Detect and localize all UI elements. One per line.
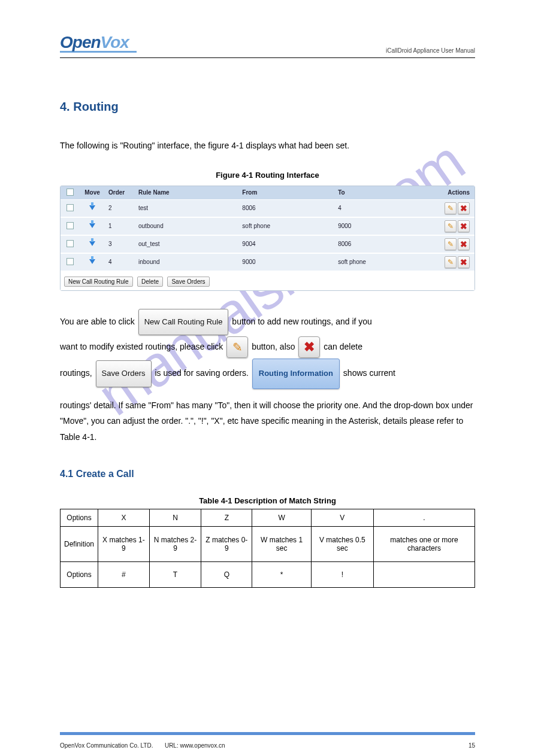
- text: routings,: [60, 368, 95, 378]
- edit-button[interactable]: ✎: [445, 202, 457, 214]
- cell-to: 4: [334, 199, 430, 217]
- cell-order: 1: [105, 217, 135, 235]
- table-row: 3 out_test 9004 8006 ✎✖: [61, 235, 474, 253]
- move-down-icon[interactable]: [89, 205, 95, 210]
- delete-button[interactable]: ✖: [458, 202, 470, 214]
- cell-from: 9004: [238, 235, 334, 253]
- cell-order: 3: [105, 235, 135, 253]
- table-row: 4 inbound 9000 soft phone ✎✖: [61, 253, 474, 271]
- table-row: 1 outbound soft phone 9000 ✎✖: [61, 217, 474, 235]
- checkbox-icon[interactable]: [67, 222, 74, 229]
- cell: X: [98, 509, 150, 527]
- cell: N matches 2-9: [149, 527, 201, 562]
- cell: Definition: [61, 527, 98, 562]
- footer-company: OpenVox Communication Co. LTD. URL: www.…: [60, 742, 225, 749]
- cell-rule: out_test: [135, 235, 238, 253]
- x-icon: ✖: [460, 239, 467, 249]
- pencil-icon: ✎: [448, 204, 454, 212]
- move-down-icon[interactable]: [89, 259, 95, 264]
- edit-button[interactable]: ✎: [445, 238, 457, 250]
- col-to: To: [334, 186, 430, 200]
- cell: Z: [201, 509, 252, 527]
- save-orders-button[interactable]: Save Orders: [167, 277, 209, 287]
- delete-button[interactable]: ✖: [458, 220, 470, 232]
- cell: X matches 1-9: [98, 527, 150, 562]
- checkbox-icon[interactable]: [67, 189, 74, 196]
- subsection-heading: 4.1 Create a Call: [60, 469, 475, 479]
- routing-screenshot: Move Order Rule Name From To Actions 2 t…: [60, 186, 475, 291]
- edit-button[interactable]: ✎: [226, 336, 248, 358]
- edit-button[interactable]: ✎: [445, 256, 457, 268]
- text: want to modify existed routings, please …: [60, 342, 225, 351]
- new-call-routing-rule-button[interactable]: New Call Routing Rule: [64, 277, 133, 287]
- save-orders-button[interactable]: Save Orders: [96, 360, 152, 387]
- col-actions: Actions: [430, 186, 474, 200]
- new-call-routing-rule-button[interactable]: New Call Routing Rule: [138, 309, 229, 335]
- screenshot-footer-buttons: New Call Routing Rule Delete Save Orders: [61, 272, 474, 290]
- footer-company-name: OpenVox Communication Co. LTD.: [60, 742, 153, 749]
- checkbox-icon[interactable]: [67, 258, 74, 265]
- pencil-icon: ✎: [448, 222, 454, 230]
- cell-to: soft phone: [334, 253, 430, 271]
- text: can delete: [324, 342, 362, 351]
- col-order: Order: [105, 186, 135, 200]
- footer-bar: [60, 732, 475, 735]
- cell: Options: [61, 509, 98, 527]
- subsection-title: Create a Call: [76, 469, 134, 479]
- x-icon: ✖: [460, 204, 467, 213]
- routing-information-button[interactable]: Routing Information: [252, 359, 340, 388]
- move-down-icon[interactable]: [89, 241, 95, 246]
- subsection-number: 4.1: [60, 469, 76, 479]
- logo-text-2: Vox: [101, 33, 129, 52]
- delete-button[interactable]: ✖: [458, 238, 470, 250]
- col-rule-name: Rule Name: [135, 186, 238, 200]
- checkbox-icon[interactable]: [67, 240, 74, 247]
- cell: matches one or more characters: [373, 527, 474, 562]
- header-product-line: iCallDroid Appliance User Manual: [386, 47, 475, 56]
- cell: [373, 562, 474, 588]
- section-number: 4.: [60, 100, 73, 113]
- col-from: From: [238, 186, 334, 200]
- edit-button[interactable]: ✎: [445, 220, 457, 232]
- page-header: OpenVox iCallDroid Appliance User Manual: [60, 33, 475, 58]
- delete-button[interactable]: ✖: [298, 336, 320, 358]
- text: is used for saving orders.: [155, 368, 250, 378]
- openvox-logo: OpenVox: [60, 33, 137, 52]
- col-move: Move: [80, 186, 105, 200]
- match-table-row-2: Definition X matches 1-9 N matches 2-9 Z…: [61, 527, 475, 562]
- match-table-row-3: Options # T Q * !: [61, 562, 475, 588]
- match-table-row-1: Options X N Z W V .: [61, 509, 475, 527]
- cell-to: 9000: [334, 217, 430, 235]
- cell: Z matches 0-9: [201, 527, 252, 562]
- checkbox-icon[interactable]: [67, 204, 74, 211]
- cell: W matches 1 sec: [252, 527, 311, 562]
- cell-to: 8006: [334, 235, 430, 253]
- delete-button[interactable]: ✖: [458, 256, 470, 268]
- cell: Options: [61, 562, 98, 588]
- text: button, also: [252, 342, 297, 351]
- x-icon: ✖: [460, 221, 467, 231]
- footer-url: URL: www.openvox.cn: [165, 742, 225, 749]
- cell-order: 4: [105, 253, 135, 271]
- x-icon: ✖: [460, 257, 467, 267]
- cell-rule: inbound: [135, 253, 238, 271]
- cell-from: 8006: [238, 199, 334, 217]
- text: button to add new routings, and if you: [232, 317, 372, 326]
- section-heading: 4. Routing: [60, 100, 475, 114]
- pencil-icon: ✎: [232, 330, 243, 364]
- cell-order: 2: [105, 199, 135, 217]
- intro-paragraph: The following is "Routing" interface, th…: [60, 138, 475, 154]
- cell: W: [252, 509, 311, 527]
- pencil-icon: ✎: [448, 258, 454, 266]
- paragraph-2: routings' detail. If same "From" has man…: [60, 397, 475, 445]
- section-title: Routing: [73, 100, 119, 113]
- cell-from: 9000: [238, 253, 334, 271]
- cell: !: [311, 562, 373, 588]
- logo-text-1: Open: [60, 33, 101, 52]
- delete-button[interactable]: Delete: [137, 277, 163, 287]
- match-string-table: Options X N Z W V . Definition X matches…: [60, 509, 475, 588]
- move-down-icon[interactable]: [89, 223, 95, 228]
- routing-table-header: Move Order Rule Name From To Actions: [61, 186, 474, 200]
- cell: #: [98, 562, 150, 588]
- cell: V matches 0.5 sec: [311, 527, 373, 562]
